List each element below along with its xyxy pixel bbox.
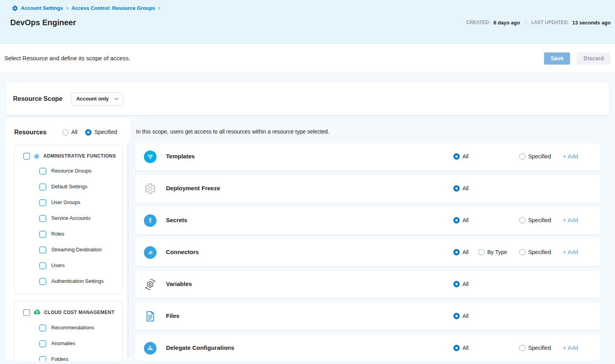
item-label: User Groups	[51, 199, 80, 206]
checkbox-administrative-functions[interactable]	[23, 153, 30, 160]
item-label: Roles	[51, 231, 64, 237]
svg-text:$: $	[36, 310, 38, 314]
checkbox-users[interactable]	[39, 262, 46, 269]
connectors-icon	[144, 246, 157, 259]
settings-gear-icon	[12, 5, 18, 11]
checkbox-streaming-destination[interactable]	[39, 247, 46, 253]
row-variables: Variables All	[136, 271, 600, 298]
option-label: By Type	[487, 249, 507, 256]
sidebar-item-default-settings: Default Settings	[15, 179, 122, 195]
checkbox-resource-groups[interactable]	[39, 168, 46, 175]
radio-specified[interactable]	[85, 129, 91, 136]
templates-option-all[interactable]: All	[453, 153, 469, 160]
breadcrumb: Account Settings > Access Control: Resou…	[0, 0, 615, 11]
item-label: Streaming Destination	[51, 247, 102, 253]
variables-icon	[144, 278, 157, 291]
save-button[interactable]: Save	[544, 52, 570, 65]
deployment-freeze-option-all[interactable]: All	[453, 185, 469, 192]
sidebar-scrollbar[interactable]	[127, 143, 130, 358]
option-label: Specified	[528, 153, 551, 160]
checkbox-recommendations[interactable]	[39, 325, 46, 331]
option-label: All	[462, 249, 469, 256]
sidebar-item-service-accounts: Service Accounts	[15, 210, 122, 226]
files-icon	[144, 310, 157, 323]
checkbox-default-settings[interactable]	[39, 184, 46, 190]
variables-option-all[interactable]: All	[453, 281, 469, 288]
resources-mode-all[interactable]: All	[62, 129, 78, 136]
secrets-add-button[interactable]: + Add	[563, 217, 578, 224]
checkbox-user-groups[interactable]	[39, 199, 46, 206]
radio[interactable]	[519, 217, 526, 224]
radio[interactable]	[453, 217, 460, 224]
row-secrets: Secrets All Specified + Add	[136, 207, 600, 234]
sidebar-item-authentication-settings: Authentication Settings	[15, 273, 122, 289]
checkbox-folders[interactable]	[39, 356, 46, 361]
radio-all-label: All	[71, 129, 78, 136]
secrets-option-all[interactable]: All	[453, 217, 469, 224]
delegate-option-all[interactable]: All	[453, 345, 469, 352]
group-administrative-functions: ADMINISTRATIVE FUNCTIONS Resource Groups…	[14, 145, 123, 294]
radio[interactable]	[453, 345, 460, 351]
row-title: Deployment Freeze	[166, 185, 220, 192]
sidebar-item-anomalies: Anomalies	[15, 336, 122, 352]
connectors-option-by-type[interactable]: By Type	[478, 249, 507, 256]
option-label: All	[462, 217, 469, 224]
secrets-icon	[144, 214, 157, 227]
resource-scope-dropdown[interactable]: Account only	[71, 93, 123, 106]
connectors-option-specified[interactable]: Specified	[519, 249, 551, 256]
page-title: DevOps Engineer	[10, 18, 76, 28]
option-label: All	[462, 185, 469, 192]
checkbox-roles[interactable]	[39, 231, 46, 238]
checkbox-anomalies[interactable]	[39, 340, 46, 347]
option-label: Specified	[528, 249, 551, 256]
admin-functions-icon	[34, 153, 40, 160]
radio[interactable]	[519, 345, 526, 351]
sidebar-item-folders: Folders	[15, 352, 122, 361]
radio[interactable]	[519, 249, 526, 256]
radio-all[interactable]	[62, 129, 69, 136]
radio[interactable]	[453, 154, 460, 160]
group-cloud-cost-management: $ CLOUD COST MANAGEMENT Recommendations …	[14, 301, 123, 361]
checkbox-authentication-settings[interactable]	[39, 278, 46, 285]
row-delegate-configurations: Delegate Configurations All Specified + …	[136, 334, 600, 361]
meta-divider	[526, 20, 526, 26]
checkbox-cloud-cost-management[interactable]	[23, 309, 30, 316]
delegate-option-specified[interactable]: Specified	[519, 345, 551, 352]
last-updated-label: LAST UPDATED:	[531, 20, 569, 26]
files-option-all[interactable]: All	[453, 313, 469, 320]
group-label: ADMINISTRATIVE FUNCTIONS	[43, 153, 116, 159]
created-value: 6 days ago	[494, 20, 520, 26]
secrets-option-specified[interactable]: Specified	[519, 217, 551, 224]
resources-mode-specified[interactable]: Specified	[85, 129, 117, 136]
discard-button[interactable]: Discard	[577, 52, 611, 65]
radio[interactable]	[453, 249, 460, 256]
checkbox-service-accounts[interactable]	[39, 215, 46, 222]
row-title: Secrets	[166, 217, 187, 224]
item-label: Resource Groups	[51, 168, 91, 174]
sidebar-item-resource-groups: Resource Groups	[15, 163, 122, 179]
radio[interactable]	[453, 186, 460, 192]
connectors-option-all[interactable]: All	[453, 249, 469, 256]
radio[interactable]	[519, 154, 526, 160]
created-label: CREATED:	[466, 20, 490, 26]
breadcrumb-account-settings[interactable]: Account Settings	[21, 5, 63, 11]
delegate-add-button[interactable]: + Add	[563, 345, 578, 352]
last-updated-value: 13 seconds ago	[572, 20, 611, 26]
radio[interactable]	[453, 313, 460, 319]
breadcrumb-resource-groups[interactable]: Access Control: Resource Groups	[71, 5, 155, 11]
action-toolbar: Select Resource and define its scope of …	[0, 43, 615, 73]
resources-mode-radios: All Specified	[62, 129, 117, 136]
delegate-configurations-icon	[144, 342, 157, 355]
resource-scope-value: Account only	[76, 96, 108, 102]
radio[interactable]	[453, 281, 460, 288]
radio[interactable]	[478, 249, 485, 256]
page-header: Account Settings > Access Control: Resou…	[0, 0, 615, 43]
templates-add-button[interactable]: + Add	[563, 153, 578, 160]
row-files: Files All	[136, 303, 600, 330]
sidebar-item-streaming-destination: Streaming Destination	[15, 242, 122, 258]
templates-option-specified[interactable]: Specified	[519, 153, 551, 160]
option-label: All	[462, 281, 469, 288]
row-title: Templates	[166, 153, 195, 160]
option-label: All	[462, 313, 469, 320]
connectors-add-button[interactable]: + Add	[563, 249, 578, 256]
